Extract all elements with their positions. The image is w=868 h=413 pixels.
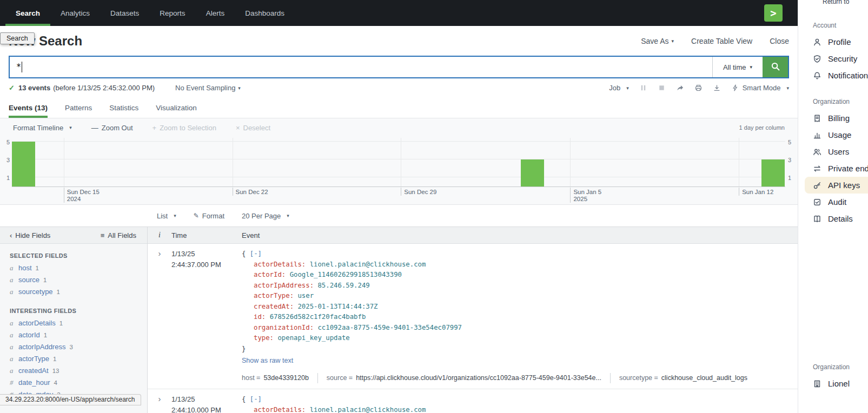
return-to-link[interactable]: Return to: [823, 0, 849, 5]
selected-fields-list: a host 1 a source 1 a sourcetype 1: [0, 262, 147, 298]
caret-down-icon: ▾: [238, 85, 241, 91]
nav-item-alerts[interactable]: Alerts: [196, 0, 235, 26]
collapse-json-link[interactable]: [-]: [250, 395, 262, 403]
tab-patterns[interactable]: Patterns: [65, 97, 92, 118]
event-rows: › 1/13/252:44:37.000 PM { [-] actorDetai…: [148, 244, 798, 413]
timeline-bar[interactable]: [761, 159, 785, 186]
close-button[interactable]: Close: [770, 37, 789, 45]
console-item-private-endpoints[interactable]: Private endpoints: [798, 160, 868, 177]
splunk-search-app: SearchAnalyticsDatasetsReportsAlertsDash…: [0, 0, 798, 413]
tab-statistics[interactable]: Statistics: [109, 97, 138, 118]
console-item-details[interactable]: Details: [798, 210, 868, 227]
meta-field-host[interactable]: host =53de4339120b: [242, 373, 317, 384]
field-row-actorid[interactable]: a actorId 1: [0, 329, 147, 341]
console-item-billing[interactable]: Billing: [798, 110, 868, 126]
caret-down-icon: ▾: [69, 125, 72, 130]
field-row-actortype[interactable]: a actorType 1: [0, 353, 147, 365]
field-row-actordetails[interactable]: a actorDetails 1: [0, 317, 147, 329]
hide-fields-button[interactable]: ‹Hide Fields: [10, 231, 50, 239]
field-row-host[interactable]: a host 1: [0, 262, 147, 274]
all-fields-button[interactable]: ≡All Fields: [101, 231, 136, 239]
json-field-line: type: openapi_key_update: [242, 333, 798, 344]
gridline-y: [12, 177, 785, 177]
time-range-picker[interactable]: All time▾: [712, 57, 763, 77]
expand-event-icon[interactable]: ›: [158, 394, 161, 403]
json-open-line: { [-]: [242, 394, 798, 405]
field-row-source[interactable]: a source 1: [0, 274, 147, 286]
field-row-actoripaddress[interactable]: a actorIpAddress 3: [0, 341, 147, 353]
console-item-users[interactable]: Users: [798, 143, 868, 160]
gridline-x: [64, 138, 64, 186]
event-json: { [-] actorDetails: lionel.palacin@click…: [242, 249, 798, 383]
stop-job-button[interactable]: [658, 84, 666, 92]
search-icon: [771, 62, 780, 73]
console-item-profile[interactable]: Profile: [798, 34, 868, 50]
field-row-date-hour[interactable]: # date_hour 4: [0, 377, 147, 389]
timeline-plot[interactable]: 1 1 3 3 5 5: [12, 138, 785, 187]
collapse-json-link[interactable]: [-]: [250, 250, 262, 257]
save-as-button[interactable]: Save As▾: [641, 37, 674, 45]
caret-down-icon: ▾: [786, 85, 789, 91]
show-raw-text-link[interactable]: Show as raw text: [242, 356, 293, 367]
y-axis-label: 3: [788, 157, 797, 163]
timeline-bar[interactable]: [12, 142, 35, 186]
tab-events-13[interactable]: Events (13): [9, 97, 48, 118]
share-job-button[interactable]: [676, 84, 684, 92]
meta-field-sourcetype[interactable]: sourcetype =clickhouse_cloud_audit_logs: [610, 373, 756, 384]
nav-item-reports[interactable]: Reports: [149, 0, 195, 26]
key-icon: [813, 181, 821, 190]
search-input[interactable]: *: [10, 57, 712, 77]
top-nav: SearchAnalyticsDatasetsReportsAlertsDash…: [0, 0, 798, 26]
export-button[interactable]: [713, 84, 721, 92]
x-axis-label: Sun Dec 22: [233, 188, 268, 196]
field-row-sourcetype[interactable]: a sourcetype 1: [0, 286, 147, 298]
console-item-lionel[interactable]: Lionel: [798, 375, 868, 392]
event-time: 1/13/252:44:37.000 PM: [171, 249, 242, 383]
console-item-audit[interactable]: Audit: [798, 194, 868, 210]
console-item-security[interactable]: Security: [798, 50, 868, 67]
section-label: Organization: [813, 98, 868, 105]
search-mode-selector[interactable]: Smart Mode▾: [731, 84, 789, 92]
print-button[interactable]: [694, 84, 703, 92]
field-type-icon: a: [10, 331, 15, 339]
zoom-out-button[interactable]: —Zoom Out: [91, 124, 133, 132]
event-sampling-selector[interactable]: No Event Sampling▾: [175, 84, 241, 92]
tab-visualization[interactable]: Visualization: [156, 97, 197, 118]
pause-job-button[interactable]: [639, 84, 647, 92]
job-menu[interactable]: Job▾: [609, 84, 629, 92]
console-item-api-keys[interactable]: API keys: [805, 177, 868, 194]
field-row-createdat[interactable]: a createdAt 13: [0, 365, 147, 377]
json-field-line: createdAt: 2025-01-13T14:44:37Z: [242, 302, 798, 312]
timeline-bar[interactable]: [521, 159, 544, 186]
console-item-notifications[interactable]: Notifications: [798, 67, 868, 84]
list-view-selector[interactable]: List▾: [157, 212, 176, 220]
x-axis-label: Sun Dec 29: [401, 188, 436, 196]
x-axis-label: Sun Dec 152024: [64, 188, 100, 203]
app-logo[interactable]: >: [764, 4, 783, 22]
per-page-selector[interactable]: 20 Per Page▾: [242, 212, 289, 220]
run-search-button[interactable]: [763, 57, 788, 77]
users-icon: [813, 148, 821, 156]
nav-item-datasets[interactable]: Datasets: [100, 0, 149, 26]
meta-field-source[interactable]: source =https://api.clickhouse.cloud/v1/…: [317, 373, 610, 384]
plus-icon: +: [153, 124, 157, 132]
nav-search-tooltip: Search: [0, 32, 35, 44]
nav-item-search[interactable]: Search: [5, 0, 50, 26]
format-timeline-menu[interactable]: Format Timeline▾: [13, 124, 72, 132]
zoom-to-selection-button[interactable]: +Zoom to Selection: [153, 124, 216, 132]
console-item-usage[interactable]: Usage: [798, 126, 868, 143]
deselect-button[interactable]: ×Deselect: [236, 124, 270, 132]
gridline-y: [12, 159, 785, 159]
job-controls: Job▾ Smart Mode▾: [609, 84, 789, 92]
expand-event-icon[interactable]: ›: [158, 249, 161, 258]
nav-item-dashboards[interactable]: Dashboards: [235, 0, 295, 26]
format-results-button[interactable]: ✎Format: [194, 212, 224, 220]
timeline-chart: 1 1 3 3 5 5 Sun Dec 152024Sun Dec 22Sun …: [12, 138, 785, 204]
cloud-console-sidebar: Return to Account Profile Security Notif…: [798, 0, 868, 413]
caret-down-icon: ▾: [174, 213, 176, 218]
create-table-view-button[interactable]: Create Table View: [691, 37, 752, 45]
smart-mode-icon: [731, 84, 739, 92]
caret-down-icon: ▾: [750, 64, 753, 70]
nav-item-analytics[interactable]: Analytics: [50, 0, 100, 26]
console-section-account: Account Profile Security Notifications: [798, 22, 868, 84]
